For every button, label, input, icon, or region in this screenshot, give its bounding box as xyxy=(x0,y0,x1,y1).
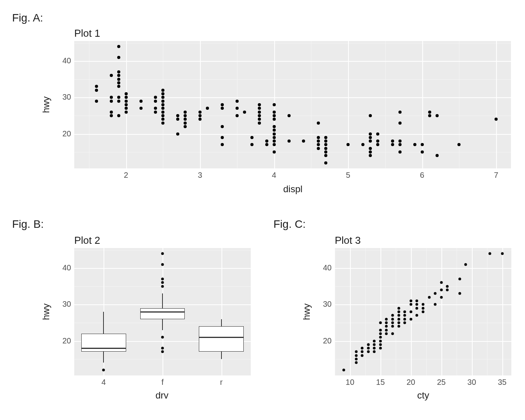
data-point xyxy=(398,122,402,125)
outlier-point xyxy=(161,252,164,255)
data-point xyxy=(161,89,164,92)
gridline xyxy=(74,134,511,135)
data-point xyxy=(161,114,164,117)
gridline xyxy=(335,341,511,342)
data-point xyxy=(367,350,370,353)
data-point xyxy=(446,289,449,291)
data-point xyxy=(198,118,202,121)
data-point xyxy=(324,150,327,154)
x-tick-label: 25 xyxy=(436,378,447,387)
y-tick-label: 30 xyxy=(59,300,71,309)
data-point xyxy=(221,107,224,110)
data-point xyxy=(110,100,113,103)
data-point xyxy=(385,329,388,331)
data-point xyxy=(317,143,320,146)
data-point xyxy=(376,143,379,146)
data-point xyxy=(273,114,276,117)
gridline xyxy=(335,248,335,375)
data-point xyxy=(501,252,504,255)
data-point xyxy=(369,114,372,117)
data-point xyxy=(236,107,239,110)
plot1-ylabel: hwy xyxy=(41,97,52,113)
data-point xyxy=(398,150,402,154)
data-point xyxy=(391,314,394,317)
x-tick-label: 10 xyxy=(344,378,356,387)
data-point xyxy=(288,139,291,143)
gridline xyxy=(89,41,89,168)
data-point xyxy=(379,321,382,324)
gridline xyxy=(74,43,511,43)
data-point xyxy=(379,347,382,350)
plot2-xlabel: drv xyxy=(155,390,168,401)
data-point xyxy=(376,132,379,136)
y-tick-label: 20 xyxy=(59,336,71,345)
data-point xyxy=(161,111,164,114)
plot2-ylabel: hwy xyxy=(41,304,52,320)
median-line xyxy=(140,311,185,313)
data-point xyxy=(161,122,164,125)
data-point xyxy=(154,107,157,110)
data-point xyxy=(154,111,157,114)
data-point xyxy=(95,100,98,103)
gridline xyxy=(335,268,511,269)
data-point xyxy=(258,111,261,114)
data-point xyxy=(154,96,157,99)
data-point xyxy=(416,303,418,306)
data-point xyxy=(117,85,120,88)
data-point xyxy=(440,281,443,284)
data-point xyxy=(409,311,412,313)
fig-b-label: Fig. B: xyxy=(12,218,44,231)
data-point xyxy=(236,114,239,117)
data-point xyxy=(457,143,461,146)
data-point xyxy=(117,100,120,103)
gridline xyxy=(396,248,396,375)
x-tick-label: 30 xyxy=(466,378,478,387)
gridline xyxy=(200,41,201,168)
data-point xyxy=(273,139,276,143)
fig-a-label: Fig. A: xyxy=(12,12,43,24)
gridline xyxy=(502,248,503,375)
data-point xyxy=(258,107,261,110)
data-point xyxy=(125,96,128,99)
data-point xyxy=(117,70,120,73)
data-point xyxy=(404,314,406,317)
data-point xyxy=(361,350,364,353)
data-point xyxy=(398,143,402,146)
data-point xyxy=(397,321,400,324)
data-point xyxy=(409,300,412,302)
data-point xyxy=(428,111,431,114)
gridline xyxy=(441,248,442,375)
data-point xyxy=(273,136,276,139)
data-point xyxy=(346,143,350,146)
data-point xyxy=(117,81,120,84)
data-point xyxy=(391,143,394,146)
x-tick-label: 4 xyxy=(268,171,280,180)
box xyxy=(81,334,126,352)
data-point xyxy=(110,96,113,99)
data-point xyxy=(117,78,120,81)
data-point xyxy=(434,292,437,295)
data-point xyxy=(379,336,382,339)
data-point xyxy=(391,332,394,335)
gridline xyxy=(385,41,386,168)
x-tick-label: r xyxy=(216,378,227,387)
data-point xyxy=(161,103,164,106)
data-point xyxy=(317,139,320,143)
data-point xyxy=(391,325,394,328)
data-point xyxy=(117,45,120,48)
data-point xyxy=(110,74,113,77)
data-point xyxy=(369,154,372,157)
data-point xyxy=(302,139,305,143)
gridline xyxy=(74,116,511,116)
data-point xyxy=(273,129,276,132)
data-point xyxy=(154,100,157,103)
plot3-ylabel: hwy xyxy=(301,304,312,320)
data-point xyxy=(161,118,164,121)
plot3-panel xyxy=(335,248,511,375)
data-point xyxy=(110,114,113,117)
data-point xyxy=(110,111,113,114)
outlier-point xyxy=(161,263,164,266)
data-point xyxy=(273,111,276,114)
data-point xyxy=(161,92,164,95)
data-point xyxy=(464,263,467,266)
